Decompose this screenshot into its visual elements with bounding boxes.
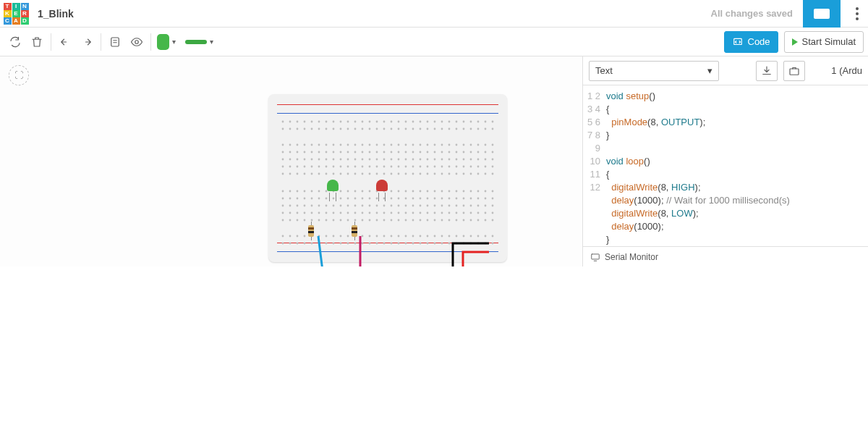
- svg-point-120: [477, 151, 480, 154]
- svg-point-108: [391, 151, 393, 154]
- device-select[interactable]: 1 (Ardu: [831, 65, 862, 76]
- redo-button[interactable]: [76, 31, 98, 53]
- svg-point-76: [376, 144, 378, 146]
- svg-point-192: [347, 173, 349, 175]
- svg-point-64: [289, 144, 292, 146]
- svg-point-397: [311, 243, 313, 245]
- svg-point-362: [492, 219, 494, 222]
- circuit-canvas[interactable]: ⛶: [0, 56, 582, 266]
- annotate-button[interactable]: [104, 31, 126, 53]
- code-button-label: Code: [748, 36, 770, 47]
- delete-button[interactable]: [26, 31, 48, 53]
- svg-point-8: [318, 121, 320, 123]
- svg-point-80: [405, 144, 407, 146]
- svg-point-21: [412, 121, 414, 123]
- component-color-picker[interactable]: [154, 31, 176, 53]
- download-code-button[interactable]: [756, 61, 778, 81]
- svg-point-40: [333, 128, 335, 130]
- svg-point-351: [412, 219, 414, 222]
- svg-point-248: [318, 198, 320, 200]
- undo-button[interactable]: [54, 31, 76, 53]
- svg-point-160: [333, 166, 335, 168]
- code-mode-select[interactable]: Text▾: [589, 61, 719, 81]
- svg-point-60: [477, 128, 480, 130]
- svg-point-153: [282, 166, 284, 168]
- code-editor[interactable]: 1 2 3 4 5 6 7 8 9 10 11 12 void setup() …: [583, 85, 868, 246]
- svg-point-355: [441, 219, 443, 222]
- svg-point-368: [318, 235, 320, 238]
- svg-point-309: [326, 212, 328, 214]
- svg-point-118: [463, 151, 465, 154]
- code-button[interactable]: Code: [724, 31, 778, 53]
- svg-point-372: [347, 235, 349, 238]
- svg-point-405: [369, 243, 371, 245]
- svg-point-113: [427, 151, 429, 154]
- svg-point-334: [289, 219, 292, 222]
- svg-point-336: [304, 219, 306, 222]
- svg-point-143: [427, 159, 429, 161]
- serial-monitor-toggle[interactable]: Serial Monitor: [583, 246, 868, 266]
- svg-point-251: [340, 198, 342, 200]
- svg-point-152: [492, 159, 494, 161]
- svg-point-72: [347, 144, 349, 146]
- project-title[interactable]: 1_Blink: [38, 8, 74, 20]
- resistor-2[interactable]: [352, 222, 357, 240]
- svg-point-301: [485, 205, 487, 207]
- svg-point-329: [470, 212, 472, 214]
- svg-point-98: [318, 151, 320, 154]
- svg-point-390: [477, 235, 480, 238]
- svg-rect-424: [592, 253, 600, 259]
- svg-point-419: [470, 243, 472, 245]
- svg-point-379: [398, 235, 400, 238]
- start-simulation-button[interactable]: Start Simulat: [784, 31, 864, 53]
- download-icon: [760, 64, 773, 77]
- wire-color-picker[interactable]: [176, 31, 219, 53]
- led-green[interactable]: [327, 180, 339, 194]
- svg-point-67: [311, 144, 313, 146]
- svg-point-339: [326, 219, 328, 222]
- svg-point-79: [398, 144, 400, 146]
- svg-point-41: [340, 128, 342, 130]
- visibility-button[interactable]: [126, 31, 148, 53]
- svg-point-414: [434, 243, 436, 245]
- svg-point-256: [376, 198, 378, 200]
- svg-point-82: [420, 144, 422, 146]
- svg-point-316: [376, 212, 378, 214]
- svg-point-273: [282, 205, 284, 207]
- serial-monitor-label: Serial Monitor: [605, 252, 658, 262]
- svg-point-266: [448, 198, 451, 200]
- svg-point-244: [289, 198, 292, 200]
- svg-point-87: [456, 144, 458, 146]
- zoom-to-fit-button[interactable]: ⛶: [9, 65, 29, 85]
- tinkercad-logo[interactable]: TINKERCAD: [0, 0, 32, 28]
- libraries-button[interactable]: [783, 61, 805, 81]
- more-menu[interactable]: [851, 7, 864, 20]
- breadboard[interactable]: [268, 94, 507, 262]
- svg-point-364: [289, 235, 292, 238]
- svg-point-104: [362, 151, 364, 154]
- svg-point-201: [412, 173, 414, 175]
- resistor-1[interactable]: [308, 222, 314, 240]
- rotate-button[interactable]: [4, 31, 26, 53]
- svg-point-20: [405, 121, 407, 123]
- led-red[interactable]: [376, 180, 388, 194]
- svg-point-103: [354, 151, 357, 154]
- svg-point-125: [297, 159, 299, 161]
- svg-point-208: [463, 173, 465, 175]
- svg-point-415: [441, 243, 443, 245]
- svg-point-407: [383, 243, 386, 245]
- svg-point-233: [427, 190, 429, 193]
- svg-point-16: [376, 121, 378, 123]
- svg-point-15: [369, 121, 371, 123]
- svg-point-383: [427, 235, 429, 238]
- svg-point-291: [412, 205, 414, 207]
- code-gutter: 1 2 3 4 5 6 7 8 9 10 11 12: [583, 85, 605, 246]
- svg-point-337: [311, 219, 313, 222]
- svg-point-65: [297, 144, 299, 146]
- svg-point-217: [311, 190, 313, 193]
- component-panel-toggle[interactable]: [803, 0, 841, 28]
- svg-point-348: [391, 219, 393, 222]
- svg-point-411: [412, 243, 414, 245]
- svg-point-232: [420, 190, 422, 193]
- color-swatch: [157, 34, 169, 50]
